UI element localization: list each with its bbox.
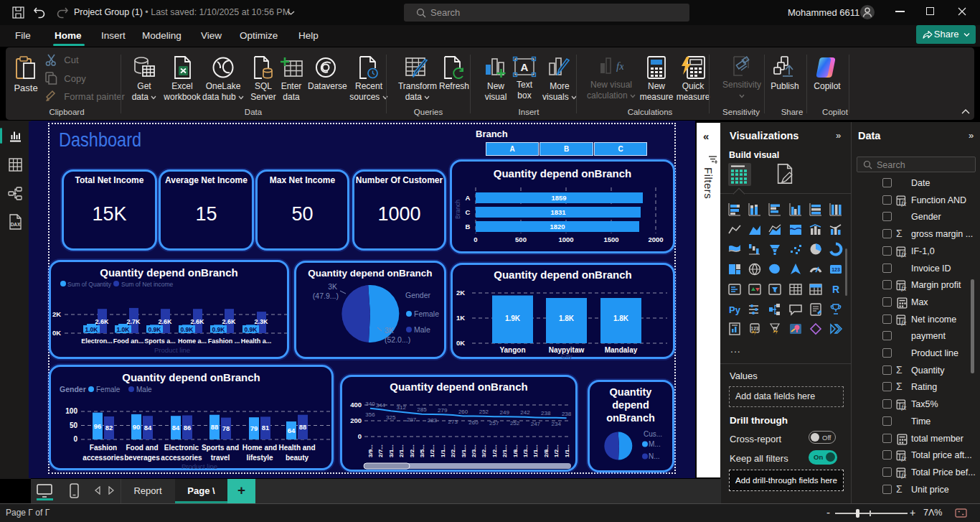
svg-text:Cus...: Cus... <box>644 430 662 438</box>
svg-text:beauty: beauty <box>286 454 309 462</box>
svg-text:accessories: accessories <box>161 454 202 462</box>
svg-text:100: 100 <box>65 407 77 415</box>
svg-text:279: 279 <box>438 407 448 414</box>
svg-text:accessories: accessories <box>83 454 124 462</box>
svg-text:City: City <box>561 353 573 359</box>
svg-text:1.8K: 1.8K <box>559 314 575 322</box>
svg-text:fx: fx <box>901 455 907 462</box>
svg-text:123: 123 <box>751 326 759 331</box>
svg-text:fx: fx <box>901 318 907 325</box>
svg-text:fx: fx <box>901 251 907 258</box>
svg-text:1.9K: 1.9K <box>505 314 521 322</box>
svg-text:2.6K: 2.6K <box>190 318 204 325</box>
svg-text:beverages: beverages <box>124 454 160 462</box>
svg-text:2/2...: 2/2... <box>450 444 456 457</box>
svg-text:1.0K: 1.0K <box>117 326 131 333</box>
svg-text:2.3K: 2.3K <box>254 318 268 325</box>
svg-text:Food and: Food and <box>126 444 159 452</box>
svg-text:Male: Male <box>136 386 152 393</box>
svg-text:123: 123 <box>831 267 840 272</box>
svg-text:2.6K: 2.6K <box>95 318 109 325</box>
svg-text:200: 200 <box>350 416 362 424</box>
svg-text:2/8...: 2/8... <box>543 444 550 457</box>
svg-text:3K: 3K <box>328 282 337 291</box>
svg-text:297: 297 <box>407 416 417 423</box>
svg-text:Gender: Gender <box>60 385 86 393</box>
svg-text:depend: depend <box>612 399 649 411</box>
svg-text:M...: M... <box>649 440 661 448</box>
svg-text:DAX: DAX <box>11 222 21 227</box>
svg-text:238: 238 <box>541 410 551 416</box>
svg-text:3/9...: 3/9... <box>367 444 374 457</box>
svg-text:84: 84 <box>144 424 152 432</box>
svg-text:2.6K: 2.6K <box>158 318 172 325</box>
svg-text:1000: 1000 <box>558 236 573 243</box>
svg-text:(52.0...): (52.0...) <box>385 335 410 344</box>
svg-text:Mandalay: Mandalay <box>605 346 638 354</box>
svg-text:Sports and: Sports and <box>202 444 239 452</box>
svg-text:1/2...: 1/2... <box>553 444 560 457</box>
svg-text:A: A <box>521 61 529 73</box>
svg-text:81: 81 <box>262 424 270 432</box>
svg-text:1820: 1820 <box>550 223 565 230</box>
svg-text:Product line: Product line <box>154 346 190 354</box>
svg-text:242: 242 <box>520 409 530 416</box>
svg-text:500: 500 <box>515 236 527 243</box>
svg-text:Health a...: Health a... <box>241 337 272 345</box>
svg-text:3/1...: 3/1... <box>461 444 467 457</box>
svg-text:2000: 2000 <box>648 236 663 243</box>
svg-text:Food an...: Food an... <box>113 337 144 345</box>
svg-text:0K: 0K <box>456 339 465 347</box>
svg-text:fx: fx <box>616 60 623 72</box>
svg-text:88: 88 <box>211 423 219 431</box>
svg-text:340: 340 <box>365 401 375 407</box>
svg-text:Branch: Branch <box>454 200 461 219</box>
svg-text:Sports a...: Sports a... <box>144 337 176 345</box>
svg-text:C: C <box>466 208 471 216</box>
svg-text:0.9K: 0.9K <box>245 326 258 333</box>
svg-text:Electron...: Electron... <box>81 337 113 345</box>
svg-text:1.8K: 1.8K <box>613 314 629 322</box>
svg-text:3/5...: 3/5... <box>419 444 425 457</box>
svg-text:Quantity: Quantity <box>610 386 652 398</box>
svg-text:0.9K: 0.9K <box>212 326 226 333</box>
svg-text:Health and: Health and <box>278 444 315 452</box>
svg-text:78: 78 <box>222 424 230 432</box>
svg-text:79: 79 <box>250 424 258 432</box>
svg-text:247: 247 <box>531 421 541 427</box>
svg-text:50: 50 <box>70 421 78 429</box>
svg-text:273: 273 <box>448 419 458 425</box>
svg-text:0.9K: 0.9K <box>181 326 194 333</box>
svg-text:1/1...: 1/1... <box>532 444 539 457</box>
svg-text:2K: 2K <box>456 289 465 297</box>
svg-text:82: 82 <box>105 424 113 432</box>
svg-text:260: 260 <box>458 409 468 415</box>
svg-text:1500: 1500 <box>603 236 618 243</box>
svg-text:2/3...: 2/3... <box>471 444 477 457</box>
svg-text:2/1...: 2/1... <box>398 444 405 457</box>
svg-text:238: 238 <box>562 411 572 417</box>
svg-text:fx: fx <box>901 404 907 411</box>
svg-text:3/1...: 3/1... <box>388 444 395 457</box>
svg-text:0: 0 <box>73 435 77 443</box>
svg-text:Electronic: Electronic <box>164 444 199 452</box>
svg-text:86: 86 <box>184 424 192 432</box>
svg-text:2/7...: 2/7... <box>377 444 384 457</box>
svg-text:252: 252 <box>479 409 489 415</box>
svg-text:onBranch: onBranch <box>606 412 655 424</box>
svg-text:90: 90 <box>133 423 141 431</box>
svg-text:Gender: Gender <box>405 291 431 299</box>
svg-text:Product line: Product line <box>182 462 217 470</box>
svg-text:64: 64 <box>288 427 296 434</box>
svg-text:1K: 1K <box>456 314 465 322</box>
svg-text:Fashion ...: Fashion ... <box>208 337 240 345</box>
svg-text:285: 285 <box>417 406 427 413</box>
svg-text:1/2...: 1/2... <box>491 444 498 457</box>
svg-text:Fashion: Fashion <box>90 444 117 452</box>
svg-text:260: 260 <box>468 419 479 426</box>
svg-text:2.6K: 2.6K <box>222 318 236 325</box>
svg-text:fx: fx <box>901 284 907 292</box>
svg-text:1/3...: 1/3... <box>522 444 529 457</box>
svg-text:Female: Female <box>96 386 121 393</box>
svg-text:1859: 1859 <box>551 194 566 202</box>
